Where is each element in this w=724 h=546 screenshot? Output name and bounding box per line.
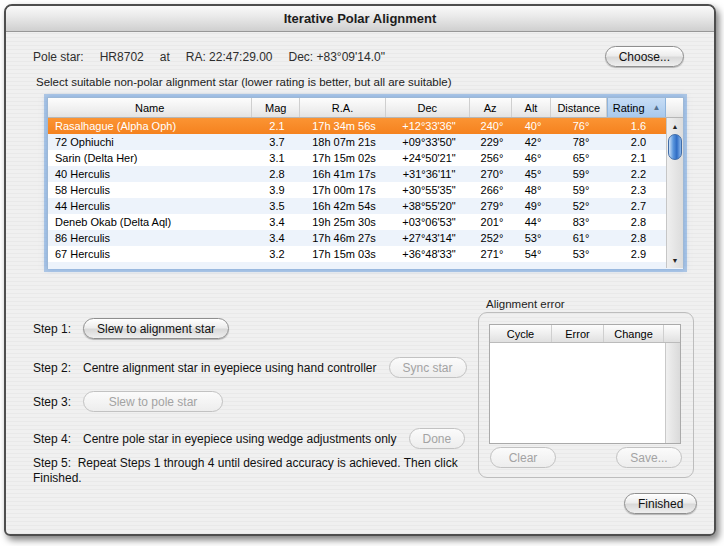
cell-dec: +03°06'53" (387, 214, 471, 230)
cell-dec: +31°36'11" (387, 166, 471, 182)
clear-button[interactable]: Clear (490, 447, 556, 468)
table-row[interactable]: Rasalhague (Alpha Oph)2.117h 34m 56s+12°… (48, 118, 683, 134)
table-row[interactable]: 44 Herculis3.516h 42m 54s+38°55'20"279°4… (48, 198, 683, 214)
step-2-row: Step 2: Centre alignment star in eyepiec… (33, 357, 467, 378)
cell-dec: +30°55'35" (387, 182, 471, 198)
column-header-scrollbar-stub (666, 98, 683, 117)
error-table-scrollbar-track[interactable] (665, 343, 680, 443)
column-header-scrollbar-stub (664, 325, 680, 342)
cell-rating: 1.6 (609, 118, 668, 134)
cell-alt: 40° (513, 118, 553, 134)
step-4-text: Centre pole star in eyepiece using wedge… (83, 432, 397, 446)
cell-name: Rasalhague (Alpha Oph) (48, 118, 253, 134)
pole-star-ra: RA: 22:47:29.00 (186, 50, 273, 64)
column-header-rating[interactable]: Rating▲ (607, 98, 666, 117)
cell-ra: 17h 00m 17s (301, 182, 387, 198)
cell-rating: 2.9 (609, 246, 668, 262)
choose-button[interactable]: Choose... (605, 46, 684, 67)
cell-mag: 3.4 (253, 214, 301, 230)
step-5-row: Step 5: Repeat Steps 1 through 4 until d… (33, 456, 481, 486)
column-header-name[interactable]: Name (48, 98, 252, 117)
table-row[interactable]: 40 Herculis2.816h 41m 17s+31°36'11"270°4… (48, 166, 683, 182)
table-scrollbar[interactable]: ▲ ▼ (666, 118, 683, 268)
column-header-mag[interactable]: Mag (252, 98, 300, 117)
scroll-down-icon[interactable]: ▼ (667, 253, 683, 267)
cell-name: Sarin (Delta Her) (48, 150, 253, 166)
cell-ra: 18h 07m 21s (301, 134, 387, 150)
column-header-distance[interactable]: Distance (551, 98, 607, 117)
column-header-dec[interactable]: Dec (386, 98, 470, 117)
pole-star-dec: Dec: +83°09'14.0" (288, 50, 384, 64)
table-row[interactable]: 86 Herculis3.417h 46m 27s+27°43'14"252°5… (48, 230, 683, 246)
step-4-label: Step 4: (33, 432, 83, 446)
column-header-az[interactable]: Az (470, 98, 512, 117)
cell-rating: 2.2 (609, 166, 668, 182)
table-row[interactable]: 67 Herculis3.217h 15m 03s+36°48'33"271°5… (48, 246, 683, 262)
window-title: Iterative Polar Alignment (284, 11, 437, 26)
done-button[interactable]: Done (409, 428, 466, 449)
cell-dec: +27°43'14" (387, 230, 471, 246)
cell-mag: 2.8 (253, 166, 301, 182)
cell-az: 279° (471, 198, 513, 214)
finished-button[interactable]: Finished (624, 493, 697, 514)
cell-name: 72 Ophiuchi (48, 134, 253, 150)
scrollbar-thumb[interactable] (668, 134, 682, 160)
cell-ra: 17h 15m 02s (301, 150, 387, 166)
column-header-cycle[interactable]: Cycle (490, 325, 552, 342)
cell-az: 256° (471, 150, 513, 166)
cell-ra: 16h 42m 54s (301, 198, 387, 214)
pole-star-label: Pole star: (33, 50, 84, 64)
cell-alt: 49° (513, 198, 553, 214)
cell-distance: 83° (553, 214, 609, 230)
cell-az: 266° (471, 182, 513, 198)
cell-ra: 19h 25m 30s (301, 214, 387, 230)
cell-dec: +36°48'33" (387, 246, 471, 262)
slew-to-alignment-star-button[interactable]: Slew to alignment star (83, 318, 229, 339)
cell-dec: +38°55'20" (387, 198, 471, 214)
table-row[interactable]: Deneb Okab (Delta Aql)3.419h 25m 30s+03°… (48, 214, 683, 230)
cell-rating: 2.8 (609, 214, 668, 230)
alignment-error-buttons: Clear Save... (479, 447, 693, 468)
column-header-change[interactable]: Change (604, 325, 664, 342)
cell-ra: 17h 15m 03s (301, 246, 387, 262)
pole-star-row: Pole star: HR8702 at RA: 22:47:29.00 Dec… (33, 46, 700, 68)
cell-az: 271° (471, 246, 513, 262)
alignment-error-label: Alignment error (486, 298, 565, 310)
cell-distance: 59° (553, 182, 609, 198)
step-3-label: Step 3: (33, 395, 83, 409)
cell-distance: 76° (553, 118, 609, 134)
table-row-partial[interactable] (48, 262, 683, 269)
cell-name: 67 Herculis (48, 246, 253, 262)
cell-name: 58 Herculis (48, 182, 253, 198)
cell-distance: 59° (553, 166, 609, 182)
table-row[interactable]: 72 Ophiuchi3.718h 07m 21s+09°33'50"229°4… (48, 134, 683, 150)
slew-to-pole-star-button[interactable]: Slew to pole star (83, 391, 223, 412)
step-2-text: Centre alignment star in eyepiece using … (83, 361, 377, 375)
cell-name: 86 Herculis (48, 230, 253, 246)
cell-az: 270° (471, 166, 513, 182)
cell-ra: 16h 41m 17s (301, 166, 387, 182)
star-table-body: Rasalhague (Alpha Oph)2.117h 34m 56s+12°… (48, 118, 683, 269)
cell-dec: +24°50'21" (387, 150, 471, 166)
step-5-label: Step 5: (33, 456, 71, 470)
scroll-up-icon[interactable]: ▲ (667, 119, 683, 133)
alignment-error-group: Cycle Error Change Clear Save... (478, 312, 694, 478)
cell-mag: 3.5 (253, 198, 301, 214)
cell-distance: 78° (553, 134, 609, 150)
cell-az: 240° (471, 118, 513, 134)
table-row[interactable]: 58 Herculis3.917h 00m 17s+30°55'35"266°4… (48, 182, 683, 198)
step-1-row: Step 1: Slew to alignment star (33, 318, 229, 339)
cell-distance: 65° (553, 150, 609, 166)
cell-alt: 48° (513, 182, 553, 198)
cell-distance: 61° (553, 230, 609, 246)
table-row[interactable]: Sarin (Delta Her)3.117h 15m 02s+24°50'21… (48, 150, 683, 166)
cell-mag: 3.1 (253, 150, 301, 166)
alignment-error-table-header: Cycle Error Change (490, 325, 680, 343)
sync-star-button[interactable]: Sync star (389, 357, 467, 378)
column-header-error[interactable]: Error (552, 325, 604, 342)
sort-ascending-icon: ▲ (653, 103, 661, 112)
column-header-alt[interactable]: Alt (512, 98, 552, 117)
save-button[interactable]: Save... (616, 447, 682, 468)
column-header-ra[interactable]: R.A. (300, 98, 386, 117)
window-titlebar[interactable]: Iterative Polar Alignment (6, 6, 714, 32)
